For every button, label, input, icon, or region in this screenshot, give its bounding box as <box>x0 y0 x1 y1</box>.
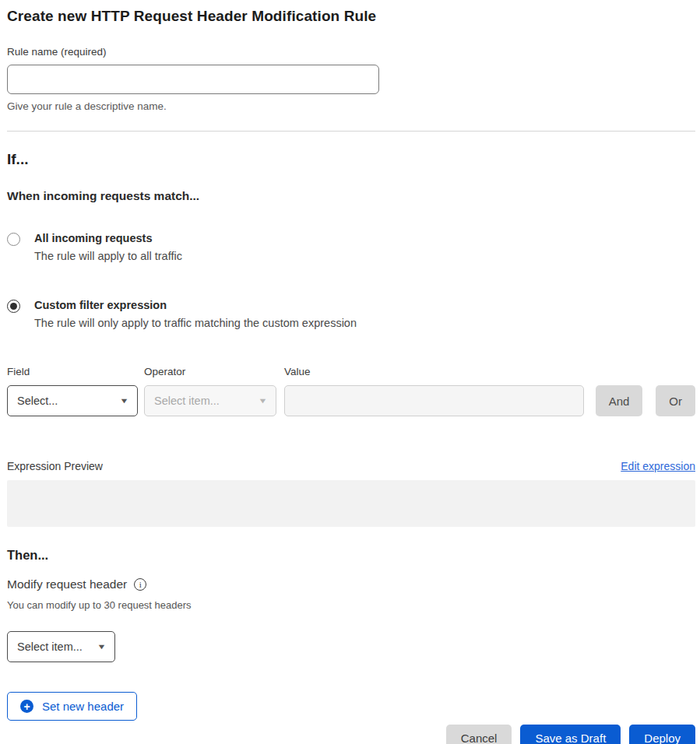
set-new-header-button[interactable]: + Set new header <box>7 692 137 721</box>
value-input[interactable] <box>284 385 584 416</box>
plus-icon: + <box>20 700 33 713</box>
operator-select-value: Select item... <box>154 395 220 407</box>
radio-label-all-incoming[interactable]: All incoming requests <box>34 232 182 244</box>
radio-desc-all-incoming: The rule will apply to all traffic <box>34 250 182 262</box>
edit-expression-link[interactable]: Edit expression <box>621 460 695 472</box>
section-divider <box>7 131 695 132</box>
chevron-down-icon: ▼ <box>119 397 128 405</box>
expression-preview-box <box>7 480 695 527</box>
if-heading: If... <box>7 151 695 168</box>
chevron-down-icon: ▼ <box>258 397 267 405</box>
save-as-draft-button[interactable]: Save as Draft <box>520 725 621 744</box>
header-action-select[interactable]: Select item... ▼ <box>7 631 115 662</box>
info-icon[interactable]: i <box>134 578 146 591</box>
cancel-button[interactable]: Cancel <box>446 725 512 744</box>
radio-desc-custom-filter: The rule will only apply to traffic matc… <box>34 317 357 329</box>
operator-select[interactable]: Select item... ▼ <box>144 385 276 416</box>
footer-actions: Cancel Save as Draft Deploy <box>7 725 695 744</box>
radio-button-unselected[interactable] <box>7 233 20 246</box>
modify-header-row: Modify request header i <box>7 577 695 591</box>
radio-label-custom-filter[interactable]: Custom filter expression <box>34 299 357 311</box>
page-title: Create new HTTP Request Header Modificat… <box>7 8 695 25</box>
expression-preview-label: Expression Preview <box>7 460 103 472</box>
chevron-down-icon: ▼ <box>97 643 106 651</box>
radio-option-custom-filter[interactable]: Custom filter expression The rule will o… <box>7 299 695 329</box>
and-button[interactable]: And <box>596 385 643 416</box>
value-label: Value <box>284 366 584 377</box>
filter-builder-row: Field Select... ▼ Operator Select item..… <box>7 366 695 416</box>
or-button[interactable]: Or <box>656 385 695 416</box>
field-select-value: Select... <box>17 395 58 407</box>
radio-option-all-incoming[interactable]: All incoming requests The rule will appl… <box>7 232 695 262</box>
operator-label: Operator <box>144 366 276 377</box>
match-subheading: When incoming requests match... <box>7 189 695 203</box>
header-action-select-value: Select item... <box>17 640 83 653</box>
rule-name-input[interactable] <box>7 65 379 94</box>
rule-name-helper: Give your rule a descriptive name. <box>7 100 695 112</box>
field-label: Field <box>7 366 138 377</box>
then-heading: Then... <box>7 548 695 563</box>
radio-button-selected[interactable] <box>7 300 20 313</box>
set-new-header-label: Set new header <box>42 700 124 713</box>
rule-name-label: Rule name (required) <box>7 46 695 58</box>
deploy-button[interactable]: Deploy <box>629 725 695 744</box>
expression-preview-header: Expression Preview Edit expression <box>7 460 695 472</box>
modify-header-helper: You can modify up to 30 request headers <box>7 599 695 611</box>
modify-request-header-label: Modify request header <box>7 577 127 591</box>
create-rule-form: Create new HTTP Request Header Modificat… <box>0 0 700 744</box>
field-select[interactable]: Select... ▼ <box>7 385 138 416</box>
